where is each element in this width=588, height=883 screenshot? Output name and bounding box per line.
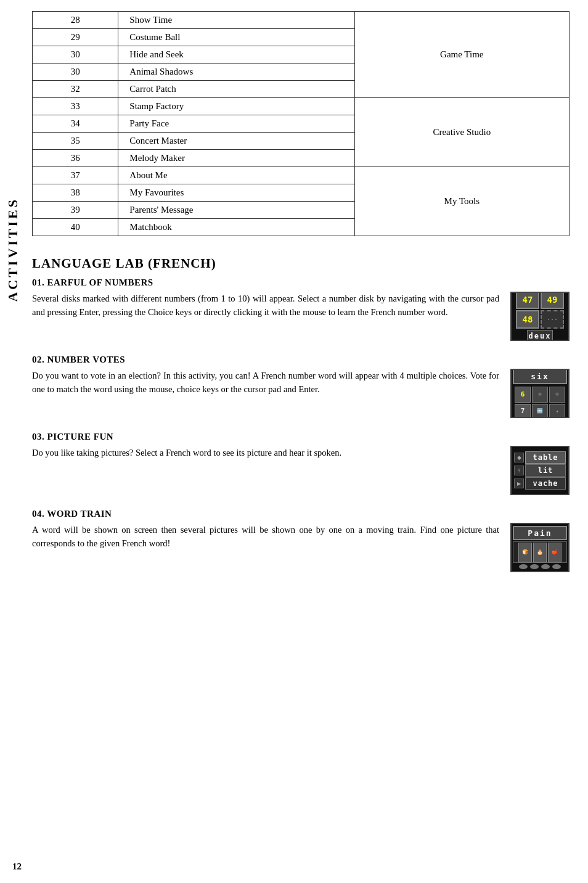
sidebar-label: ACTIVITIES xyxy=(5,197,21,302)
section-title: LANGUAGE LAB (FRENCH) xyxy=(32,256,570,271)
sidebar: ACTIVITIES xyxy=(0,0,26,883)
row-num: 28 xyxy=(33,12,118,29)
activity-02-text: Do you want to vote in an election? In t… xyxy=(32,369,499,396)
activity-04-body: A word will be shown on screen then seve… xyxy=(32,523,570,572)
activity-01-body: Several disks marked with different numb… xyxy=(32,292,570,341)
category-my-tools: My Tools xyxy=(354,167,569,236)
activity-03-body: Do you like taking pictures? Select a Fr… xyxy=(32,446,570,495)
table-row: 28 Show Time Game Time xyxy=(33,12,570,29)
table-row: 33 Stamp Factory Creative Studio xyxy=(33,98,570,115)
page-number: 12 xyxy=(12,861,22,872)
activity-02: 02. NUMBER VOTES Do you want to vote in … xyxy=(32,355,570,418)
activity-04: 04. WORD TRAIN A word will be shown on s… xyxy=(32,509,570,572)
language-lab-section: LANGUAGE LAB (FRENCH) 01. EARFUL OF NUMB… xyxy=(32,256,570,572)
category-game-time: Game Time xyxy=(354,12,569,98)
activity-04-header: 04. WORD TRAIN xyxy=(32,509,570,519)
main-content: 28 Show Time Game Time 29 Costume Ball 3… xyxy=(26,0,588,883)
activity-03-header: 03. PICTURE FUN xyxy=(32,432,570,442)
activity-02-image: six 6 ☺ ☺ 7 🆕 ★ xyxy=(510,369,570,418)
activity-01: 01. EARFUL OF NUMBERS Several disks mark… xyxy=(32,277,570,341)
category-creative-studio: Creative Studio xyxy=(354,98,569,167)
activities-table: 28 Show Time Game Time 29 Costume Ball 3… xyxy=(32,11,570,236)
activity-03: 03. PICTURE FUN Do you like taking pictu… xyxy=(32,432,570,495)
activity-01-text: Several disks marked with different numb… xyxy=(32,292,499,319)
row-title: Show Time xyxy=(118,12,354,29)
table-row: 37 About Me My Tools xyxy=(33,167,570,184)
activity-03-text: Do you like taking pictures? Select a Fr… xyxy=(32,446,499,459)
activity-01-header: 01. EARFUL OF NUMBERS xyxy=(32,277,570,288)
activity-02-header: 02. NUMBER VOTES xyxy=(32,355,570,365)
activity-04-text: A word will be shown on screen then seve… xyxy=(32,523,499,551)
activity-01-image: 47 49 48 ··· deux xyxy=(510,292,570,341)
activity-02-body: Do you want to vote in an election? In t… xyxy=(32,369,570,418)
activity-04-image: Pain 🍞 🎂 🍎 xyxy=(510,523,570,572)
activity-03-image: ◆ table 9 lit ▶ vache xyxy=(510,446,570,495)
